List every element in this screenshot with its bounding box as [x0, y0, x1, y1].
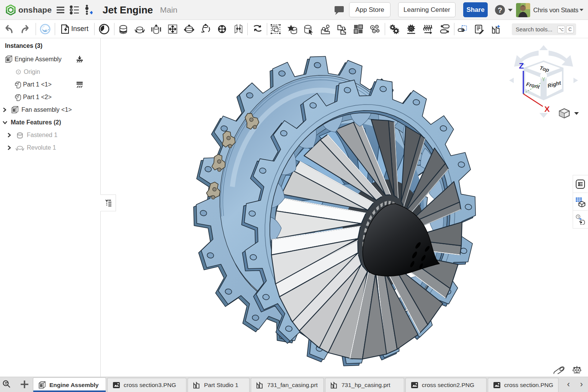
- svg-text:X: X: [544, 105, 550, 113]
- svg-text:Z: Z: [519, 61, 524, 70]
- svg-text:Y: Y: [542, 76, 546, 82]
